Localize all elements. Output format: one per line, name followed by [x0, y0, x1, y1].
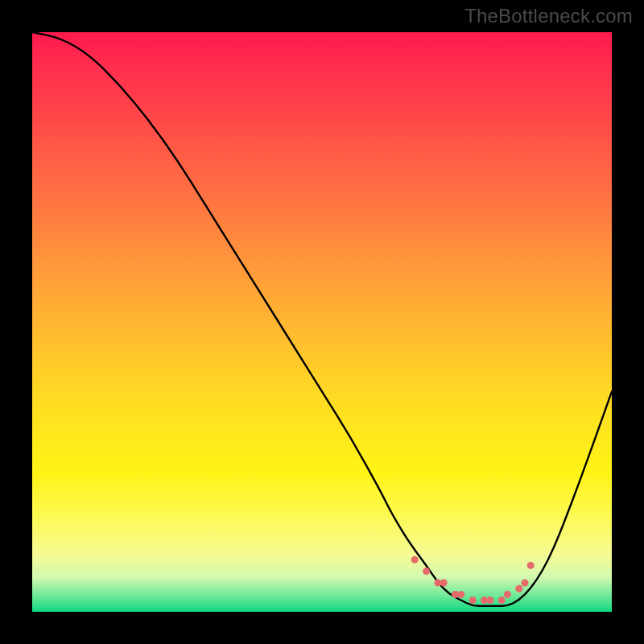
emphasis-dot	[504, 591, 511, 598]
emphasis-dot	[469, 597, 477, 604]
emphasis-dot	[486, 597, 493, 604]
emphasis-dot	[522, 580, 529, 587]
emphasis-dot	[527, 562, 535, 569]
emphasis-dot	[498, 597, 506, 604]
chart-frame: TheBottleneck.com	[0, 0, 644, 644]
curve-svg	[32, 32, 612, 612]
emphasis-dot	[515, 585, 522, 592]
emphasis-dot	[423, 568, 430, 575]
watermark-text: TheBottleneck.com	[464, 5, 633, 27]
emphasis-dot	[411, 556, 419, 564]
bottleneck-curve-path	[32, 32, 612, 606]
plot-area	[32, 32, 612, 612]
emphasis-dot	[440, 580, 448, 587]
emphasis-markers	[411, 556, 535, 604]
emphasis-dot	[457, 591, 464, 598]
